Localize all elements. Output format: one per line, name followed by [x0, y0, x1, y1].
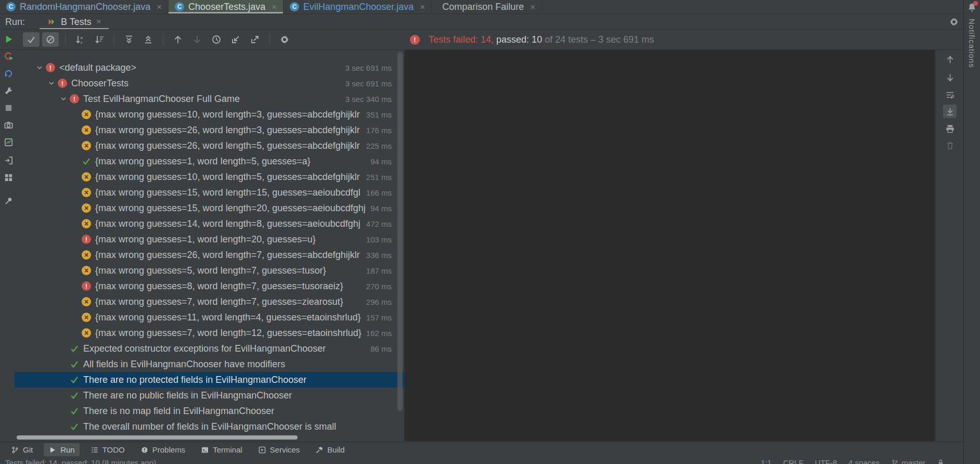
- sort-by-duration-button[interactable]: [91, 32, 108, 47]
- test-failed-icon: ×: [82, 110, 91, 119]
- test-tree-row[interactable]: ×{max wrong guesses=10, word length=3, g…: [15, 107, 404, 122]
- test-tree-row[interactable]: ×{max wrong guesses=7, word length=12, g…: [15, 325, 404, 341]
- clear-all-button[interactable]: [943, 138, 957, 152]
- test-name: {max wrong guesses=26, word length=7, gu…: [95, 250, 360, 261]
- notification-badge: [973, 1, 978, 6]
- class-icon: C: [290, 2, 299, 11]
- test-tree-row[interactable]: {max wrong guesses=1, word length=5, gue…: [15, 153, 404, 169]
- test-tree-row[interactable]: There are no public fields in EvilHangma…: [15, 388, 404, 403]
- test-tree-row[interactable]: ×{max wrong guesses=15, word length=15, …: [15, 185, 404, 200]
- previous-occurrence-button[interactable]: [170, 32, 186, 47]
- test-tree-row[interactable]: !{max wrong guesses=8, word length=7, gu…: [15, 278, 404, 294]
- test-tree-row[interactable]: The overall number of fields in EvilHang…: [15, 419, 404, 434]
- test-tree-row[interactable]: !ChooserTests3 sec 691 ms: [15, 75, 404, 91]
- right-tool-window-stripe: Notifications: [963, 0, 980, 464]
- tool-window-button-services[interactable]: Services: [253, 443, 305, 456]
- adjust-settings-button[interactable]: [4, 86, 14, 96]
- chevron-down-icon[interactable]: [45, 79, 58, 87]
- test-tree-row[interactable]: ×{max wrong guesses=10, word length=5, g…: [15, 169, 404, 185]
- close-run-tab-icon[interactable]: ×: [96, 17, 101, 27]
- test-tree-row[interactable]: ×{max wrong guesses=5, word length=7, gu…: [15, 263, 404, 278]
- status-item-1-1[interactable]: 1:1: [761, 458, 772, 464]
- test-failed-icon: ×: [82, 141, 91, 150]
- next-occurrence-icon: [192, 34, 202, 45]
- toggle-auto-test-button[interactable]: [4, 69, 14, 79]
- test-tree-row[interactable]: ×{max wrong guesses=26, word length=5, g…: [15, 138, 404, 153]
- test-tree-row[interactable]: ×{max wrong guesses=14, word length=8, g…: [15, 216, 404, 231]
- svg-text:z: z: [81, 40, 83, 45]
- rerun-failed-tests-button[interactable]: [4, 51, 14, 61]
- sort-alphabetically-button[interactable]: az: [72, 32, 88, 47]
- print-button[interactable]: [943, 122, 957, 135]
- next-occurrence-button[interactable]: [189, 32, 205, 47]
- tool-window-button-run[interactable]: Run: [44, 443, 80, 456]
- status-item-crlf[interactable]: CRLF: [783, 458, 803, 464]
- tool-window-button-todo[interactable]: TODO: [86, 443, 130, 456]
- chevron-down-icon[interactable]: [57, 95, 70, 103]
- test-tree-row[interactable]: ×{max wrong guesses=15, word length=20, …: [15, 200, 404, 216]
- show-passed-button[interactable]: [23, 32, 40, 47]
- layout-settings-button[interactable]: [4, 173, 14, 183]
- console-output-area[interactable]: [405, 50, 935, 441]
- editor-tab-randomhangmanchooser-java[interactable]: CRandomHangmanChooser.java×: [0, 0, 169, 14]
- test-history-button[interactable]: [208, 32, 225, 47]
- scroll-down-button[interactable]: [943, 71, 957, 84]
- close-tab-icon[interactable]: ×: [272, 3, 277, 11]
- tool-window-button-terminal[interactable]: Terminal: [196, 443, 247, 456]
- tool-window-button-build[interactable]: Build: [311, 443, 349, 456]
- test-tree-row[interactable]: !<default package>3 sec 691 ms: [15, 60, 404, 75]
- export-test-results-button[interactable]: [247, 32, 263, 47]
- expand-all-button[interactable]: [121, 32, 137, 47]
- tool-window-button-problems[interactable]: Problems: [136, 443, 190, 456]
- test-tree-row[interactable]: ×{max wrong guesses=7, word length=7, gu…: [15, 294, 404, 310]
- run-panel-settings-gear-icon[interactable]: [949, 17, 959, 27]
- stop-icon: [4, 103, 14, 113]
- test-tree-row[interactable]: !{max wrong guesses=1, word length=20, g…: [15, 231, 404, 247]
- thread-dump-button[interactable]: [4, 120, 14, 130]
- run-tab-b-tests[interactable]: B Tests ×: [40, 15, 109, 29]
- status-item-utf-8[interactable]: UTF-8: [815, 458, 837, 464]
- test-tree-row[interactable]: Expected constructor exceptions for Evil…: [15, 341, 404, 356]
- pin-tab-button[interactable]: [4, 196, 14, 206]
- close-tab-icon[interactable]: ×: [530, 3, 535, 11]
- scroll-to-end-button[interactable]: [943, 105, 957, 118]
- test-tree-row[interactable]: There is no map field in EvilHangmanChoo…: [15, 403, 404, 419]
- notifications-stripe-button[interactable]: Notifications: [968, 19, 976, 68]
- collapse-all-button[interactable]: [140, 32, 157, 47]
- test-tree-row[interactable]: ×{max wrong guesses=26, word length=3, g…: [15, 122, 404, 138]
- test-tree-row[interactable]: There are no protected fields in EvilHan…: [15, 372, 404, 388]
- test-name: {max wrong guesses=1, word length=5, gue…: [95, 156, 311, 167]
- editor-tab-comparison-failure[interactable]: Comparison Failure×: [432, 0, 542, 14]
- soft-wrap-button[interactable]: [943, 88, 957, 101]
- chevron-down-icon[interactable]: [33, 63, 46, 72]
- test-duration: 3 sec 691 ms: [345, 63, 392, 72]
- tree-horizontal-scrollbar[interactable]: [17, 435, 298, 440]
- scroll-up-button[interactable]: [943, 53, 957, 66]
- rerun-button[interactable]: [4, 34, 14, 44]
- tree-vertical-scrollbar[interactable]: [397, 52, 403, 411]
- test-passed-icon: [70, 344, 79, 353]
- test-settings-button[interactable]: [276, 32, 293, 47]
- editor-tab-choosertests-java[interactable]: CChooserTests.java×: [169, 0, 283, 14]
- test-tree-row[interactable]: !Test EvilHangmanChooser Full Game3 sec …: [15, 91, 404, 107]
- status-item-4-spaces[interactable]: 4 spaces: [848, 458, 880, 464]
- git-branch-widget[interactable]: master: [891, 458, 925, 464]
- test-tree-row[interactable]: ×{max wrong guesses=26, word length=7, g…: [15, 247, 404, 263]
- import-results-button[interactable]: [4, 156, 14, 165]
- stop-button[interactable]: [4, 103, 14, 113]
- clear-all-icon: [945, 140, 955, 150]
- profile-icon: [4, 137, 14, 147]
- close-tab-icon[interactable]: ×: [420, 3, 425, 11]
- close-tab-icon[interactable]: ×: [157, 3, 162, 11]
- test-tree-row[interactable]: ×{max wrong guesses=11, word length=4, g…: [15, 310, 404, 325]
- test-tree-row[interactable]: All fields in EvilHangmanChooser have mo…: [15, 356, 404, 372]
- test-name: ChooserTests: [71, 78, 128, 89]
- problems-icon: [140, 446, 149, 454]
- profile-button[interactable]: [4, 137, 14, 147]
- tool-window-button-git[interactable]: Git: [6, 443, 37, 456]
- import-test-results-button[interactable]: [227, 32, 244, 47]
- expand-all-icon: [124, 34, 134, 45]
- show-ignored-button[interactable]: [42, 32, 59, 47]
- test-passed-icon: [70, 422, 79, 431]
- editor-tab-evilhangmanchooser-java[interactable]: CEvilHangmanChooser.java×: [283, 0, 432, 14]
